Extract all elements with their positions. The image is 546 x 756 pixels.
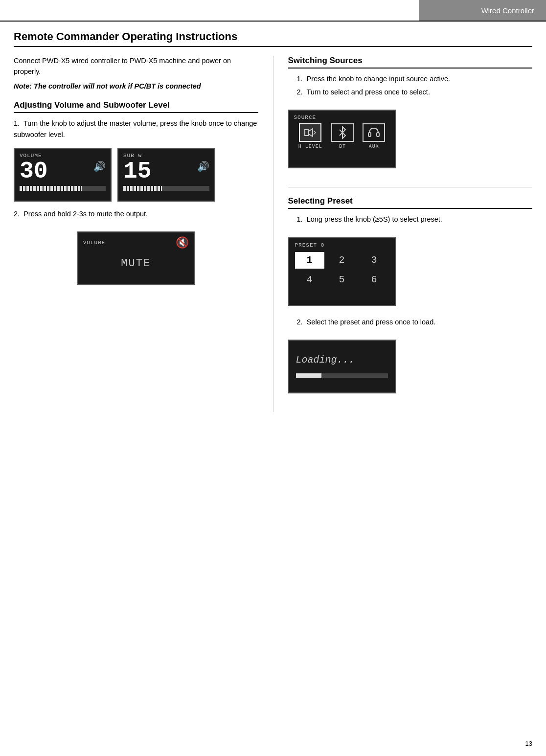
- subw-bar: [123, 186, 209, 191]
- header-bar: Wired Controller: [0, 0, 546, 22]
- header-title-text: Wired Controller: [481, 6, 534, 15]
- volume-section: Adjusting Volume and Subwoofer Level 1. …: [14, 100, 258, 292]
- loading-screen-wrapper: Loading...: [288, 333, 533, 400]
- mute-screen-wrapper: VOLUME 🔇 MUTE: [14, 225, 258, 292]
- source-aux: AUX: [363, 123, 385, 149]
- volume-number-row: 30 🔊: [20, 159, 106, 183]
- bt-icon-box: [331, 123, 354, 142]
- right-column: Switching Sources 1. Press the knob to c…: [273, 56, 533, 412]
- h-level-label: H LEVEL: [298, 144, 322, 149]
- step-2-text: 2. Press and hold 2-3s to mute the outpu…: [14, 208, 258, 220]
- selecting-preset-heading: Selecting Preset: [288, 196, 533, 209]
- aux-label: AUX: [369, 144, 379, 149]
- preset-cell-1: 1: [295, 252, 324, 269]
- header-title: Wired Controller: [419, 0, 546, 21]
- subw-value: 15: [123, 160, 152, 183]
- volume-bar-fill: [20, 186, 82, 191]
- volume-section-heading: Adjusting Volume and Subwoofer Level: [14, 100, 258, 113]
- svg-marker-1: [309, 129, 313, 137]
- volume-screen: VOLUME 30 🔊: [14, 148, 112, 202]
- preset-cell-4: 4: [295, 272, 324, 288]
- switching-steps: 1. Press the knob to change input source…: [288, 73, 533, 98]
- subw-bar-fill: [123, 186, 162, 191]
- preset-step-2-list: 2. Select the preset and press once to l…: [288, 317, 533, 328]
- switching-sources-heading: Switching Sources: [288, 56, 533, 69]
- svg-line-2: [314, 131, 316, 133]
- step-1-text: 1. Turn the knob to adjust the master vo…: [14, 118, 258, 140]
- preset-steps: 1. Long press the knob (≥5S) to select p…: [288, 214, 533, 225]
- switch-step-2: 2. Turn to select and press once to sele…: [297, 87, 533, 98]
- source-label: SOURCE: [294, 115, 390, 120]
- speaker-eq-icon: [303, 126, 317, 139]
- source-bt: BT: [331, 123, 354, 149]
- preset-grid: 1 2 3 4 5 6: [295, 252, 389, 288]
- loading-screen: Loading...: [288, 340, 396, 393]
- preset-screen-wrapper: PRESET 0 1 2 3 4 5 6: [288, 230, 533, 313]
- section-divider: [288, 187, 533, 187]
- h-level-icon-box: [299, 123, 321, 142]
- mute-text: MUTE: [83, 257, 189, 270]
- mute-volume-label: VOLUME: [83, 240, 106, 246]
- svg-rect-0: [305, 130, 309, 136]
- source-screen-wrapper: SOURCE: [288, 103, 533, 175]
- headphone-icon: [367, 126, 380, 139]
- preset-cell-2: 2: [327, 252, 357, 269]
- subw-screen: SUB W 15 🔊: [117, 148, 215, 202]
- bt-label: BT: [339, 144, 346, 149]
- left-column: Connect PWD-X5 wired controller to PWD-X…: [14, 56, 273, 412]
- mute-header-row: VOLUME 🔇: [83, 236, 189, 250]
- lcd-row: VOLUME 30 🔊 SUB W 15: [14, 148, 258, 202]
- preset-cell-3: 3: [360, 252, 389, 269]
- main-content: Remote Commander Operating Instructions …: [0, 22, 546, 426]
- page-title: Remote Commander Operating Instructions: [14, 30, 532, 47]
- volume-label: VOLUME: [20, 153, 106, 159]
- bluetooth-icon: [337, 126, 348, 139]
- svg-line-3: [314, 133, 316, 135]
- switch-step-1: 1. Press the knob to change input source…: [297, 73, 533, 85]
- loading-text: Loading...: [296, 354, 388, 366]
- preset-cell-6: 6: [360, 272, 389, 288]
- selecting-preset-section: Selecting Preset 1. Long press the knob …: [288, 196, 533, 400]
- subw-speaker-icon: 🔊: [197, 160, 209, 173]
- svg-rect-5: [377, 133, 379, 137]
- loading-bar-track: [296, 373, 388, 378]
- subw-label: SUB W: [123, 153, 209, 159]
- source-icons-row: H LEVEL BT: [294, 123, 390, 149]
- loading-bar-fill: [296, 373, 322, 378]
- volume-value: 30: [20, 160, 48, 183]
- note-text: Note: The controller will not work if PC…: [14, 81, 258, 92]
- volume-bar: [20, 186, 106, 191]
- preset-screen: PRESET 0 1 2 3 4 5 6: [288, 237, 396, 306]
- subw-number-row: 15 🔊: [123, 159, 209, 183]
- mute-icon: 🔇: [176, 236, 189, 250]
- intro-text: Connect PWD-X5 wired controller to PWD-X…: [14, 56, 258, 77]
- preset-step-2: 2. Select the preset and press once to l…: [297, 317, 533, 328]
- speaker-icon: 🔊: [93, 160, 106, 173]
- aux-icon-box: [363, 123, 385, 142]
- switching-sources-section: Switching Sources 1. Press the knob to c…: [288, 56, 533, 175]
- preset-cell-5: 5: [327, 272, 357, 288]
- svg-rect-4: [368, 133, 371, 137]
- source-h-level: H LEVEL: [298, 123, 322, 149]
- source-screen: SOURCE: [288, 110, 396, 168]
- preset-step-1: 1. Long press the knob (≥5S) to select p…: [297, 214, 533, 225]
- two-col-layout: Connect PWD-X5 wired controller to PWD-X…: [14, 56, 532, 412]
- preset-label: PRESET 0: [295, 242, 389, 248]
- mute-screen: VOLUME 🔇 MUTE: [77, 231, 195, 285]
- page-number: 13: [525, 740, 532, 747]
